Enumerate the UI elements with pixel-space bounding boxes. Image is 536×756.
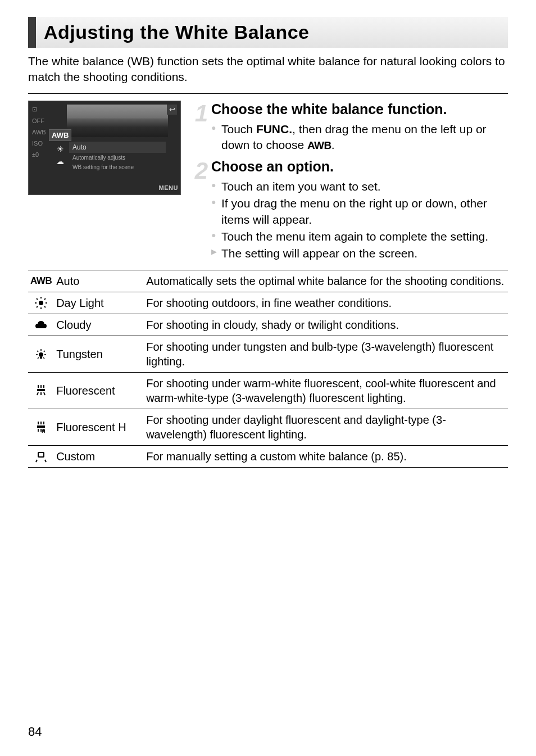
option-desc-line: WB setting for the scene (69, 162, 166, 172)
wb-mode-desc: For shooting under daylight fluorescent … (144, 409, 508, 445)
awb-selected: AWB (49, 129, 71, 141)
svg-rect-28 (37, 425, 45, 428)
svg-line-5 (37, 298, 38, 300)
table-row: TungstenFor shooting under tungsten and … (28, 336, 508, 372)
step-title: Choose an option. (211, 158, 508, 175)
left-status-icons: ⊡ OFF AWB ISO ±0 (32, 106, 46, 158)
wb-mode-label: Fluorescent (54, 372, 144, 409)
bullet-result: The setting will appear on the screen. (221, 246, 508, 261)
wb-mode-icon (28, 336, 54, 372)
page-number: 84 (28, 725, 42, 739)
wb-mode-label: Fluorescent H (54, 409, 144, 445)
svg-line-8 (44, 298, 46, 300)
status-icon: AWB (32, 129, 46, 135)
wb-mode-icon (28, 314, 54, 336)
status-icon: ±0 (32, 151, 46, 158)
table-row: Day LightFor shooting outdoors, in fine … (28, 292, 508, 314)
screenshot-image-area (67, 105, 168, 137)
bullet: Touch the menu item again to complete th… (221, 229, 508, 245)
wb-mode-icon: AWB (28, 270, 54, 292)
cloud-icon: ☁ (56, 157, 64, 166)
awb-inline-icon: AWB (307, 139, 331, 151)
option-description: Auto Automatically adjusts WB setting fo… (69, 142, 166, 172)
option-name: Auto (69, 142, 166, 153)
menu-button-label: MENU (159, 184, 178, 191)
wb-mode-label: Day Light (54, 292, 144, 314)
wb-mode-desc: For shooting in cloudy, shady or twiligh… (144, 314, 508, 336)
svg-line-7 (37, 306, 38, 307)
wb-mode-desc: For shooting under tungsten and bulb-typ… (144, 336, 508, 372)
option-desc-line: Automatically adjusts (69, 153, 166, 162)
step-bullets: Touch FUNC., then drag the menu on the l… (211, 121, 508, 153)
steps: 1 Choose the white balance function. Tou… (190, 101, 508, 266)
wb-mode-icon (28, 445, 54, 467)
svg-point-9 (39, 352, 43, 357)
camera-screenshot: ↩ MENU ⊡ OFF AWB ISO ±0 AWB ☀ ☁ Auto Aut… (28, 101, 181, 195)
step-body: Choose an option. Touch an item you want… (211, 158, 508, 263)
svg-line-15 (38, 357, 39, 359)
wb-mode-desc: For shooting under warm-white fluorescen… (144, 372, 508, 409)
status-icon: ⊡ (32, 106, 46, 113)
svg-rect-34 (39, 453, 43, 456)
wb-icon-column: AWB ☀ ☁ (49, 129, 71, 166)
table-row: CustomFor manually setting a custom whit… (28, 445, 508, 467)
svg-rect-21 (37, 389, 45, 391)
bullet: Touch FUNC., then drag the menu on the l… (221, 121, 508, 153)
step-number: 2 (190, 159, 208, 263)
status-icon: OFF (32, 117, 46, 124)
wb-mode-desc: Automatically sets the optimal white bal… (144, 270, 508, 292)
bullet-text: Touch (221, 123, 256, 135)
wb-mode-desc: For shooting outdoors, in fine weather c… (144, 292, 508, 314)
svg-line-24 (44, 392, 45, 395)
svg-text:H: H (42, 428, 46, 434)
status-icon: ISO (32, 140, 46, 147)
svg-line-22 (37, 392, 38, 395)
white-balance-table: AWBAutoAutomatically sets the optimal wh… (28, 270, 508, 468)
wb-mode-icon (28, 372, 54, 409)
svg-line-11 (37, 351, 38, 352)
wb-mode-icon (28, 292, 54, 314)
wb-mode-label: Cloudy (54, 314, 144, 336)
step-title: Choose the white balance function. (211, 101, 508, 118)
table-row: AWBAutoAutomatically sets the optimal wh… (28, 270, 508, 292)
svg-rect-17 (40, 357, 42, 359)
func-label: FUNC. (256, 123, 292, 135)
bullet: If you drag the menu on the right up or … (221, 196, 508, 228)
sun-icon: ☀ (57, 144, 64, 153)
intro-text: The white balance (WB) function sets the… (28, 53, 508, 85)
svg-point-0 (39, 301, 43, 305)
step-2: 2 Choose an option. Touch an item you wa… (190, 158, 508, 263)
wb-mode-label: Auto (54, 270, 144, 292)
table-row: FluorescentFor shooting under warm-white… (28, 372, 508, 409)
wb-mode-icon: H (28, 409, 54, 445)
svg-line-6 (44, 306, 46, 307)
back-icon: ↩ (167, 105, 177, 115)
wb-mode-label: Custom (54, 445, 144, 467)
bullet-text: . (331, 138, 335, 151)
wb-mode-desc: For manually setting a custom white bala… (144, 445, 508, 467)
step-1: 1 Choose the white balance function. Tou… (190, 101, 508, 155)
step-body: Choose the white balance function. Touch… (211, 101, 508, 155)
main-row: ↩ MENU ⊡ OFF AWB ISO ±0 AWB ☀ ☁ Auto Aut… (28, 101, 508, 266)
section-title: Adjusting the White Balance (44, 21, 500, 43)
section-title-block: Adjusting the White Balance (28, 17, 508, 48)
wb-mode-label: Tungsten (54, 336, 144, 372)
divider (28, 93, 508, 94)
bullet: Touch an item you want to set. (221, 179, 508, 194)
step-bullets: Touch an item you want to set. If you dr… (211, 179, 508, 262)
step-number: 1 (190, 102, 208, 155)
table-row: HFluorescent HFor shooting under dayligh… (28, 409, 508, 445)
svg-line-12 (44, 351, 45, 352)
table-row: CloudyFor shooting in cloudy, shady or t… (28, 314, 508, 336)
svg-line-16 (43, 357, 44, 359)
